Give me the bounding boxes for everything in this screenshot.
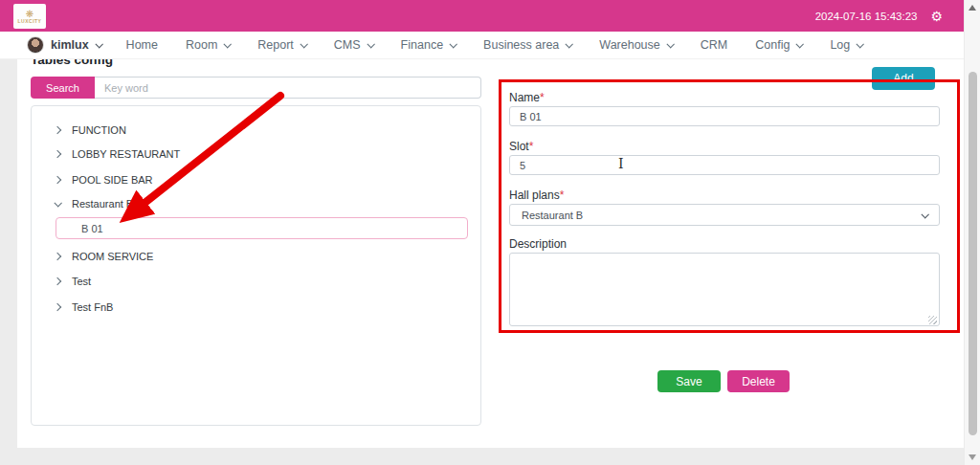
label-text: Description	[509, 237, 567, 251]
tree-item-b01-selected[interactable]: B 01	[56, 217, 468, 239]
hall-plans-select[interactable]: Restaurant B	[509, 204, 940, 226]
chevron-right-icon	[54, 253, 61, 260]
select-value: Restaurant B	[522, 210, 583, 221]
chevron-down-icon	[54, 199, 61, 207]
tree-item-pool-side-bar[interactable]: POOL SIDE BAR	[32, 172, 480, 188]
main-nav: kimlux Home Room Report CMS Finance Busi…	[0, 32, 964, 59]
tree-item-label: Test FnB	[72, 301, 113, 313]
brand-logo[interactable]: ❋ LUXCITY	[13, 4, 46, 29]
scroll-down-icon[interactable]	[969, 454, 976, 460]
required-marker: *	[529, 140, 534, 153]
nav-item-label: Report	[257, 38, 294, 52]
delete-button[interactable]: Delete	[727, 370, 790, 392]
name-input[interactable]	[509, 106, 940, 126]
nav-item-business-area[interactable]: Business area	[483, 38, 571, 52]
chevron-down-icon	[666, 40, 674, 48]
app-window: ❋ LUXCITY 2024-07-16 15:43:23 ⚙ kimlux H…	[0, 0, 980, 465]
logo-ornament-icon: ❋	[26, 10, 33, 18]
tree-item-function[interactable]: FUNCTION	[32, 122, 480, 138]
user-avatar	[27, 36, 44, 54]
search-group: Search	[31, 77, 481, 99]
top-header-bar: ❋ LUXCITY 2024-07-16 15:43:23 ⚙	[0, 0, 964, 32]
nav-item-label: Finance	[401, 38, 443, 52]
label-text: Name	[509, 91, 540, 104]
search-button[interactable]: Search	[31, 77, 95, 99]
chevron-right-icon	[54, 176, 61, 184]
chevron-down-icon	[796, 40, 804, 48]
slot-input[interactable]	[509, 155, 940, 175]
scroll-up-icon[interactable]	[969, 5, 976, 11]
add-button[interactable]: Add	[872, 67, 935, 90]
scrollbar-thumb[interactable]	[969, 72, 977, 435]
search-input[interactable]	[95, 77, 481, 99]
nav-item-warehouse[interactable]: Warehouse	[599, 38, 672, 52]
tree-item-label: LOBBY RESTAURANT	[72, 148, 180, 160]
nav-item-cms[interactable]: CMS	[334, 38, 373, 52]
nav-item-label: Config	[755, 38, 790, 52]
chevron-down-icon	[566, 40, 573, 48]
nav-item-home[interactable]: Home	[126, 38, 158, 52]
nav-item-config[interactable]: Config	[755, 38, 802, 52]
nav-item-label: Warehouse	[599, 38, 659, 52]
user-menu[interactable]: kimlux	[27, 36, 101, 54]
chevron-right-icon	[54, 150, 61, 158]
nav-item-label: Business area	[483, 38, 559, 52]
chevron-right-icon	[54, 277, 61, 285]
nav-item-room[interactable]: Room	[186, 38, 230, 52]
nav-item-label: CMS	[334, 38, 361, 52]
label-text: Slot	[509, 140, 529, 153]
description-textarea[interactable]	[509, 253, 940, 326]
vertical-scrollbar[interactable]	[964, 0, 980, 465]
tree-item-label: Test	[72, 276, 91, 287]
chevron-right-icon	[54, 303, 61, 311]
nav-item-report[interactable]: Report	[257, 38, 306, 52]
nav-item-label: Room	[186, 38, 217, 52]
required-marker: *	[560, 188, 565, 202]
nav-item-label: Log	[830, 38, 850, 52]
chevron-down-icon	[450, 40, 457, 48]
chevron-down-icon	[367, 40, 374, 48]
user-name: kimlux	[51, 38, 89, 52]
logo-text: LUXCITY	[18, 18, 42, 24]
chevron-right-icon	[54, 126, 61, 134]
settings-gear-icon[interactable]: ⚙	[930, 10, 943, 23]
description-field-label: Description	[509, 237, 567, 251]
nav-item-label: Home	[126, 38, 158, 52]
tree-item-label: FUNCTION	[72, 124, 126, 136]
chevron-down-icon	[95, 40, 102, 48]
nav-item-label: CRM	[701, 38, 727, 52]
tree-item-test-fnb[interactable]: Test FnB	[32, 299, 480, 315]
tree-item-label: B 01	[81, 223, 103, 234]
nav-item-log[interactable]: Log	[830, 38, 862, 52]
tree-item-label: Restaurant B	[72, 198, 133, 210]
name-field-label: Name*	[509, 91, 545, 104]
nav-item-crm[interactable]: CRM	[701, 38, 727, 52]
tree-item-room-service[interactable]: ROOM SERVICE	[32, 249, 480, 264]
chevron-down-icon	[857, 40, 864, 48]
chevron-down-icon	[921, 210, 928, 218]
required-marker: *	[540, 91, 545, 104]
tree-item-label: POOL SIDE BAR	[72, 174, 153, 186]
tree-item-label: ROOM SERVICE	[72, 251, 153, 262]
nav-item-finance[interactable]: Finance	[401, 38, 456, 52]
chevron-down-icon	[224, 40, 232, 48]
label-text: Hall plans	[509, 188, 560, 202]
save-button[interactable]: Save	[657, 370, 721, 392]
tree-item-lobby-restaurant[interactable]: LOBBY RESTAURANT	[32, 146, 480, 162]
tree-item-test[interactable]: Test	[32, 274, 480, 289]
slot-field-label: Slot*	[509, 140, 533, 153]
tree-item-restaurant-b[interactable]: Restaurant B	[32, 196, 480, 211]
hall-plans-field-label: Hall plans*	[509, 188, 564, 202]
chevron-down-icon	[300, 40, 307, 48]
tables-tree-panel: FUNCTION LOBBY RESTAURANT POOL SIDE BAR …	[31, 105, 481, 426]
datetime-display: 2024-07-16 15:43:23	[815, 11, 918, 22]
